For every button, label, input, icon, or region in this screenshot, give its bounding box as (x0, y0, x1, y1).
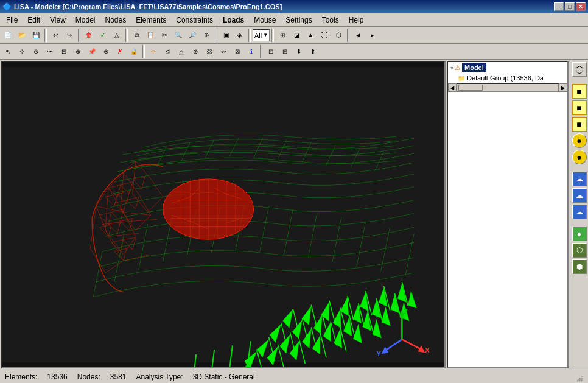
sep2 (78, 29, 80, 42)
info-tool[interactable]: ℹ (245, 45, 258, 58)
menu-file[interactable]: File (1, 13, 23, 26)
3d-view-icon[interactable]: ⬡ (572, 62, 587, 77)
green-icon-1[interactable]: ♦ (572, 227, 587, 241)
lock-tool[interactable]: 🔒 (127, 45, 141, 58)
resize-grip[interactable] (573, 372, 583, 382)
menu-mouse[interactable]: Mouse (249, 13, 281, 26)
menu-help[interactable]: Help (344, 13, 369, 26)
sep7 (347, 29, 349, 42)
blue-shape-1[interactable]: ☁ (572, 172, 587, 186)
yellow-circle[interactable]: ● (572, 133, 587, 148)
move-tool[interactable]: ⊹ (15, 45, 29, 58)
sep5 (248, 29, 251, 42)
paste-button[interactable]: 📋 (144, 29, 157, 42)
axis-tool[interactable]: ⊗ (99, 45, 113, 58)
toolbar-2: ↖ ⊹ ⊙ 〜 ⊟ ⊕ 📌 ⊗ ✗ 🔒 ✏ ⊴ △ ⊛ ⛓ ⇔ ⊠ ℹ ⊡ ⊞ … (0, 44, 588, 60)
menu-view[interactable]: View (45, 13, 71, 26)
elements-label: Elements: (5, 373, 37, 381)
sep1 (44, 29, 47, 42)
mirror-tool[interactable]: ⇔ (217, 45, 230, 58)
red-oval-area (163, 179, 254, 239)
status-bar: Elements: 13536 Nodes: 3581 Analysis Typ… (0, 370, 588, 383)
wave-tool[interactable]: 〜 (43, 45, 57, 58)
window-title: LISA - Modeler [C:\Program Files\LISA_FE… (12, 3, 554, 10)
yellow-square-1[interactable]: ■ (572, 84, 587, 99)
tree-scrollbar[interactable]: ◄ ► (448, 83, 567, 91)
model-node[interactable]: Model (462, 63, 486, 72)
view-loads[interactable]: ⊞ (278, 45, 292, 58)
render-button[interactable]: ⬡ (332, 29, 345, 42)
view-front[interactable]: ⊞ (276, 29, 289, 42)
lasso-button[interactable]: ◈ (233, 29, 247, 42)
pin-tool[interactable]: 📌 (85, 45, 99, 58)
spring-tool[interactable]: ⊠ (231, 45, 244, 58)
open-button[interactable]: 📂 (15, 29, 29, 42)
zoom3-button[interactable]: ⊕ (200, 29, 213, 42)
menu-loads[interactable]: Loads (218, 13, 249, 26)
tri-tool[interactable]: △ (175, 45, 188, 58)
select-tool[interactable]: ↖ (1, 45, 15, 58)
triangle-button[interactable]: △ (110, 29, 124, 42)
elements-value: 13536 (47, 373, 67, 381)
green-icon-2[interactable]: ⬡ (572, 243, 587, 258)
view-shaded[interactable]: ▲ (304, 29, 317, 42)
maximize-button[interactable]: □ (565, 2, 575, 11)
node-load[interactable]: ⊛ (189, 45, 202, 58)
menu-nodes[interactable]: Nodes (100, 13, 131, 26)
menu-model[interactable]: Model (71, 13, 100, 26)
sep4 (215, 29, 217, 42)
all-dropdown[interactable]: All ▼ (253, 29, 270, 41)
view-mesh[interactable]: ⛶ (318, 29, 331, 42)
arrow-left[interactable]: ◄ (351, 29, 365, 42)
view-apply[interactable]: ⬆ (306, 45, 320, 58)
sep8 (142, 45, 145, 58)
view-constraints[interactable]: ⊡ (264, 45, 278, 58)
blue-shape-3[interactable]: ☁ (572, 205, 587, 219)
menu-bar: File Edit View Model Nodes Elements Cons… (0, 13, 588, 27)
scroll-track[interactable] (457, 83, 559, 92)
redo-button[interactable]: ↪ (63, 29, 76, 42)
viewport-3d[interactable]: Z Y X (1, 61, 446, 368)
menu-edit[interactable]: Edit (23, 13, 45, 26)
yellow-square-3[interactable]: ■ (572, 117, 587, 132)
x-tool[interactable]: ✗ (113, 45, 127, 58)
more-button[interactable]: ▸ (365, 29, 379, 42)
delete-button[interactable]: 🗑 (82, 29, 96, 42)
sep3 (125, 29, 128, 42)
blue-shape-2[interactable]: ☁ (572, 188, 587, 203)
tree-header: ▾ ⚠ Model (448, 62, 567, 73)
menu-settings[interactable]: Settings (281, 13, 317, 26)
tree-panel[interactable]: ▾ ⚠ Model 📁 Default Group (13536, Da ◄ ► (447, 61, 569, 368)
grid-tool[interactable]: ⊟ (57, 45, 71, 58)
undo-button[interactable]: ↩ (49, 29, 62, 42)
chain-tool[interactable]: ⛓ (203, 45, 216, 58)
view-iso[interactable]: ◪ (290, 29, 303, 42)
menu-elements[interactable]: Elements (131, 13, 171, 26)
sep6 (271, 29, 274, 42)
zoom-button[interactable]: 🔍 (172, 29, 185, 42)
check-button[interactable]: ✓ (96, 29, 110, 42)
yellow-square-2[interactable]: ■ (572, 100, 587, 115)
new-button[interactable]: 📄 (1, 29, 15, 42)
copy-button[interactable]: ⧉ (130, 29, 143, 42)
close-button[interactable]: ✕ (576, 2, 586, 11)
save-button[interactable]: 💾 (29, 29, 43, 42)
sep9 (260, 45, 262, 58)
svg-text:Z: Z (404, 308, 408, 315)
default-group-item[interactable]: 📁 Default Group (13536, Da (448, 73, 567, 83)
nodes-tool[interactable]: ⊕ (71, 45, 85, 58)
minimize-button[interactable]: ─ (554, 2, 564, 11)
green-icon-3[interactable]: ⬢ (572, 259, 587, 274)
cut-button[interactable]: ✂ (158, 29, 171, 42)
zoom2-button[interactable]: 🔎 (186, 29, 199, 42)
yellow-circle-2[interactable]: ● (572, 150, 587, 164)
menu-constraints[interactable]: Constraints (171, 13, 218, 26)
pencil-tool[interactable]: ✏ (147, 45, 160, 58)
menu-tools[interactable]: Tools (317, 13, 344, 26)
group-label: Default Group (13536, Da (467, 74, 544, 82)
box-select-button[interactable]: ▣ (219, 29, 233, 42)
right-panel: ▾ ⚠ Model 📁 Default Group (13536, Da ◄ ► (447, 61, 569, 368)
rotate-tool[interactable]: ⊙ (29, 45, 43, 58)
constraint-tool[interactable]: ⊴ (161, 45, 174, 58)
view-down[interactable]: ⬇ (292, 45, 306, 58)
